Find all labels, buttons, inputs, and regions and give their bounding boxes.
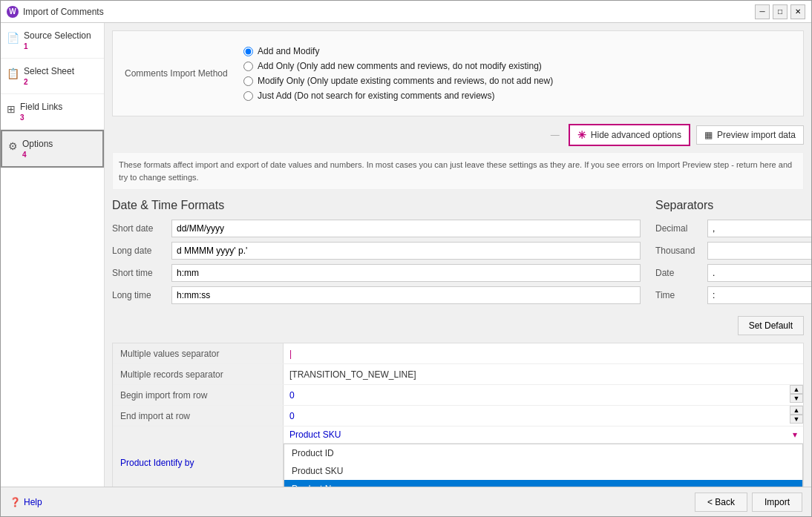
select-sheet-number: 2: [24, 78, 98, 86]
long-time-label: Long time: [112, 290, 171, 300]
preview-icon: ▦: [704, 130, 713, 140]
end-import-spinner: ▲ ▼: [790, 406, 803, 426]
sidebar-item-select-sheet[interactable]: 📋 Select Sheet 2: [1, 59, 104, 94]
set-default-button[interactable]: Set Default: [738, 316, 804, 335]
sidebar-item-source-selection[interactable]: 📄 Source Selection 1: [1, 23, 104, 59]
separators-title: Separators: [655, 199, 804, 212]
short-time-row: Short time: [112, 264, 641, 282]
help-link[interactable]: ❓ Help: [10, 497, 42, 507]
back-button[interactable]: < Back: [695, 493, 747, 512]
dropdown-list: Product ID Product SKU Product Name: [284, 444, 803, 487]
source-selection-number: 1: [24, 42, 98, 50]
short-date-label: Short date: [112, 223, 171, 234]
date-sep-row: Date: [655, 264, 804, 282]
multi-records-sep-value: [TRANSITION_TO_NEW_LINE]: [284, 364, 803, 384]
begin-import-spinner: ▲ ▼: [790, 385, 803, 405]
long-time-input[interactable]: [171, 286, 641, 304]
table-row: Begin import from row 0 ▲ ▼: [113, 385, 803, 406]
multi-records-sep-label: Multiple records separator: [113, 364, 284, 384]
field-links-icon: ⊞: [7, 103, 16, 115]
product-identify-value: Product SKU: [289, 429, 793, 440]
app-icon: W: [7, 6, 19, 18]
import-method-container: Comments Import Method Add and Modify Ad…: [125, 40, 791, 107]
preview-import-button[interactable]: ▦ Preview import data: [696, 125, 804, 145]
product-identify-cell: Product SKU ▾ Product ID Product SKU Pro…: [284, 427, 803, 487]
date-sep-input[interactable]: [707, 264, 811, 282]
hide-advanced-button[interactable]: ✳ Hide advanced options: [569, 124, 690, 146]
radio-just-add[interactable]: Just Add (Do not search for existing com…: [243, 90, 553, 101]
separators-section: Separators Decimal Thousand Date Tim: [655, 199, 804, 309]
field-links-number: 3: [20, 113, 98, 122]
close-button[interactable]: ✕: [790, 4, 805, 19]
sidebar-item-options[interactable]: ⚙ Options 4: [1, 130, 104, 168]
options-number: 4: [22, 151, 96, 159]
begin-import-label: Begin import from row: [113, 385, 284, 405]
begin-import-value: 0: [284, 385, 790, 405]
short-date-row: Short date: [112, 220, 641, 237]
long-date-input[interactable]: [171, 242, 641, 260]
title-bar: W Import of Comments ─ □ ✕: [1, 1, 811, 23]
table-row: End import at row 0 ▲ ▼: [113, 406, 803, 427]
minimize-button[interactable]: ─: [755, 4, 770, 19]
begin-import-down[interactable]: ▼: [790, 394, 803, 403]
sidebar-item-field-links[interactable]: ⊞ Field Links 3: [1, 94, 104, 130]
long-date-label: Long date: [112, 246, 171, 256]
source-selection-label: Source Selection: [24, 30, 91, 41]
table-row: Multiple values separator |: [113, 343, 803, 364]
footer-buttons: < Back Import: [695, 493, 802, 512]
radio-modify-only[interactable]: Modify Only (Only update existing commen…: [243, 76, 553, 86]
radio-input-add-only[interactable]: [243, 62, 253, 71]
date-formats-section: Date & Time Formats Short date Long date…: [112, 199, 641, 309]
radio-input-add-modify[interactable]: [243, 47, 253, 56]
decimal-row: Decimal: [655, 220, 804, 237]
import-method-options: Add and Modify Add Only (Only add new co…: [243, 46, 553, 101]
short-time-label: Short time: [112, 268, 171, 278]
help-icon: ❓: [10, 497, 21, 507]
multi-values-sep-value: |: [284, 343, 803, 363]
long-time-row: Long time: [112, 286, 641, 304]
multi-values-sep-label: Multiple values separator: [113, 343, 284, 363]
hide-advanced-label: Hide advanced options: [591, 130, 681, 140]
end-import-down[interactable]: ▼: [790, 415, 803, 424]
help-label: Help: [24, 497, 42, 507]
radio-label-just-add: Just Add (Do not search for existing com…: [258, 90, 494, 101]
time-sep-label: Time: [655, 290, 707, 300]
dropdown-chevron-icon[interactable]: ▾: [793, 429, 797, 440]
radio-label-add-modify: Add and Modify: [258, 46, 319, 56]
radio-input-just-add[interactable]: [243, 91, 253, 101]
window-controls: ─ □ ✕: [755, 4, 805, 19]
set-default-row: Set Default: [112, 316, 804, 335]
import-button[interactable]: Import: [752, 493, 802, 512]
end-import-label: End import at row: [113, 406, 284, 426]
short-date-input[interactable]: [171, 220, 641, 237]
short-time-input[interactable]: [171, 264, 641, 282]
thousand-input[interactable]: [707, 242, 811, 260]
lower-table: Multiple values separator | Multiple rec…: [112, 343, 804, 487]
content-area: Comments Import Method Add and Modify Ad…: [105, 23, 811, 487]
main-layout: 📄 Source Selection 1 📋 Select Sheet 2 ⊞ …: [1, 23, 811, 487]
select-sheet-label: Select Sheet: [24, 66, 74, 76]
dropdown-item-product-sku[interactable]: Product SKU: [284, 462, 802, 480]
end-import-up[interactable]: ▲: [790, 406, 803, 415]
time-sep-input[interactable]: [707, 286, 811, 304]
radio-label-modify-only: Modify Only (Only update existing commen…: [258, 76, 553, 86]
radio-add-modify[interactable]: Add and Modify: [243, 46, 553, 56]
radio-input-modify-only[interactable]: [243, 76, 253, 86]
field-links-label: Field Links: [20, 102, 62, 112]
dropdown-item-product-id[interactable]: Product ID: [284, 444, 802, 462]
radio-add-only[interactable]: Add Only (Only add new comments and revi…: [243, 61, 553, 71]
dropdown-item-product-name[interactable]: Product Name: [284, 480, 802, 487]
info-text: These formats affect import and export o…: [112, 152, 804, 190]
preview-label: Preview import data: [717, 130, 796, 140]
time-sep-row: Time: [655, 286, 804, 304]
date-time-title: Date & Time Formats: [112, 199, 641, 212]
decimal-input[interactable]: [707, 220, 811, 237]
begin-import-up[interactable]: ▲: [790, 385, 803, 394]
source-selection-icon: 📄: [7, 32, 19, 44]
product-identify-dropdown-row: Product SKU ▾: [284, 427, 803, 444]
maximize-button[interactable]: □: [773, 4, 788, 19]
toolbar-dash: —: [551, 130, 560, 140]
select-sheet-icon: 📋: [7, 67, 19, 79]
end-import-value: 0: [284, 406, 790, 426]
thousand-label: Thousand: [655, 246, 707, 256]
